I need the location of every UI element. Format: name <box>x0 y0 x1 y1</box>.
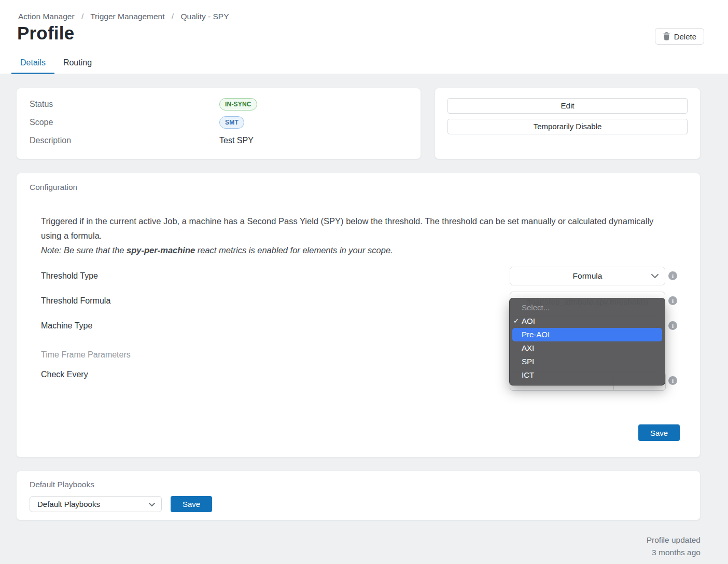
dropdown-option-pre-aoi[interactable]: Pre-AOI <box>512 328 662 341</box>
default-playbooks-select[interactable]: Default Playbooks <box>30 496 162 512</box>
delete-button-label: Delete <box>674 32 696 41</box>
profile-updated-note: Profile updated 3 months ago <box>647 534 701 559</box>
description-value: Test SPY <box>219 136 254 145</box>
tab-details[interactable]: Details <box>11 53 54 74</box>
default-playbooks-save-button[interactable]: Save <box>171 496 212 512</box>
threshold-formula-info-icon[interactable]: i <box>668 296 677 305</box>
dropdown-option-placeholder[interactable]: Select... <box>510 301 665 314</box>
configuration-title: Configuration <box>30 183 77 192</box>
profile-updated-line1: Profile updated <box>647 534 701 546</box>
configuration-description: Triggered if in the current active Job, … <box>41 214 668 257</box>
machine-type-info-icon[interactable]: i <box>668 321 677 330</box>
breadcrumb-separator: / <box>172 12 174 21</box>
breadcrumb-action-manager[interactable]: Action Manager <box>18 12 75 21</box>
page-header: Action Manager / Trigger Management / Qu… <box>0 0 728 74</box>
temporarily-disable-button[interactable]: Temporarily Disable <box>447 119 688 134</box>
default-playbooks-select-value: Default Playbooks <box>37 500 100 508</box>
breadcrumb-trigger-management[interactable]: Trigger Management <box>90 12 164 21</box>
check-every-info-icon[interactable]: i <box>668 376 677 385</box>
scope-badge: SMT <box>219 116 244 129</box>
time-frame-parameters-heading: Time Frame Parameters <box>41 350 131 360</box>
breadcrumb-separator: / <box>81 12 83 21</box>
description-label: Description <box>30 136 219 145</box>
status-badge: IN-SYNC <box>219 98 257 111</box>
actions-card: Edit Temporarily Disable <box>435 88 701 159</box>
check-every-label: Check Every <box>41 370 88 379</box>
configuration-save-button[interactable]: Save <box>638 424 680 441</box>
note-metric-name: spy-per-machine <box>127 245 195 255</box>
dropdown-option-spi[interactable]: SPI <box>510 355 665 368</box>
status-label: Status <box>30 100 219 109</box>
edit-button[interactable]: Edit <box>447 98 688 114</box>
page: Action Manager / Trigger Management / Qu… <box>0 0 728 564</box>
trash-icon <box>663 32 670 40</box>
profile-updated-line2: 3 months ago <box>647 546 701 559</box>
threshold-type-select[interactable]: Formula <box>510 267 665 285</box>
dropdown-option-axi[interactable]: AXI <box>510 341 665 355</box>
status-row: Status IN-SYNC <box>30 95 408 113</box>
threshold-type-value: Formula <box>573 271 603 281</box>
tab-bar: Details Routing <box>11 53 101 74</box>
configuration-note: Note: Be sure that the spy-per-machine r… <box>41 245 393 255</box>
delete-button[interactable]: Delete <box>655 28 704 45</box>
page-title: Profile <box>17 23 74 44</box>
description-row: Description Test SPY <box>30 131 408 149</box>
breadcrumb-quality-spy: Quality - SPY <box>180 12 229 21</box>
threshold-type-label: Threshold Type <box>41 271 98 281</box>
scope-label: Scope <box>30 118 219 127</box>
default-playbooks-card: Default Playbooks Default Playbooks Save <box>16 471 701 520</box>
machine-type-dropdown-menu: Select... ✓ AOI Pre-AOI AXI SPI ICT <box>509 298 665 386</box>
default-playbooks-title: Default Playbooks <box>30 480 94 489</box>
breadcrumb: Action Manager / Trigger Management / Qu… <box>18 12 229 21</box>
machine-type-label: Machine Type <box>41 321 92 331</box>
configuration-description-text: Triggered if in the current active Job, … <box>41 216 653 240</box>
threshold-formula-label: Threshold Formula <box>41 296 110 306</box>
check-icon: ✓ <box>513 314 519 328</box>
scope-row: Scope SMT <box>30 113 408 131</box>
dropdown-option-ict[interactable]: ICT <box>510 368 665 382</box>
tab-routing[interactable]: Routing <box>54 53 101 74</box>
chevron-down-icon <box>651 271 659 281</box>
dropdown-option-aoi[interactable]: ✓ AOI <box>510 314 665 328</box>
threshold-type-info-icon[interactable]: i <box>668 271 677 280</box>
overview-card: Status IN-SYNC Scope SMT Description Tes… <box>16 88 421 159</box>
chevron-down-icon <box>148 500 156 509</box>
